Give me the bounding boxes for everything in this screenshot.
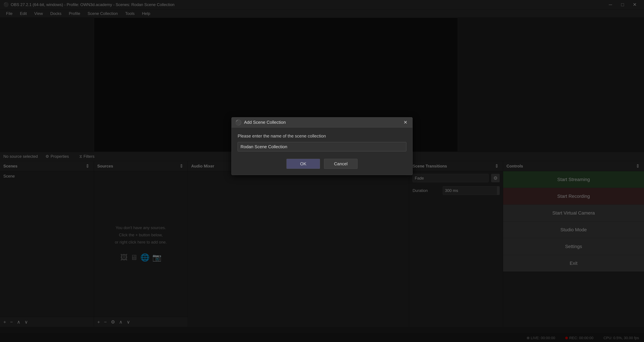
dialog-title-left: ⚫ Add Scene Collection <box>235 119 286 126</box>
dialog-close-button[interactable]: ✕ <box>402 119 409 126</box>
dialog-body: Please enter the name of the scene colle… <box>232 128 412 155</box>
dialog-footer: OK Cancel <box>232 155 412 175</box>
dialog-titlebar: ⚫ Add Scene Collection ✕ <box>232 117 412 128</box>
dialog-ok-button[interactable]: OK <box>286 159 320 169</box>
dialog-label: Please enter the name of the scene colle… <box>238 134 406 139</box>
dialog-overlay: ⚫ Add Scene Collection ✕ Please enter th… <box>0 0 644 342</box>
dialog-cancel-button[interactable]: Cancel <box>324 159 358 169</box>
scene-collection-name-input[interactable] <box>238 142 406 152</box>
add-scene-collection-dialog: ⚫ Add Scene Collection ✕ Please enter th… <box>232 117 412 175</box>
dialog-obs-icon: ⚫ <box>235 119 242 126</box>
dialog-title-text: Add Scene Collection <box>244 120 286 125</box>
